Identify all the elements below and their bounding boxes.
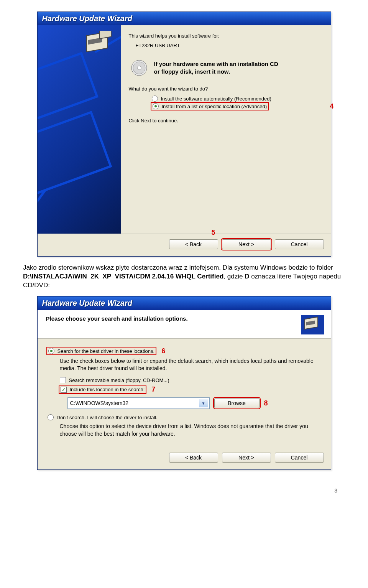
next-button[interactable]: Next > xyxy=(222,453,271,463)
callout-8: 8 xyxy=(264,399,268,407)
back-button[interactable]: < Back xyxy=(169,239,218,249)
checkbox-icon xyxy=(60,377,66,383)
cancel-button[interactable]: Cancel xyxy=(275,239,324,249)
cd-instruction-line1: If your hardware came with an installati… xyxy=(154,60,278,68)
question-text: What do you want the wizard to do? xyxy=(129,86,323,92)
instruction-paragraph: Jako zrodlo sterownikow wskaz plyte dost… xyxy=(23,264,345,290)
search-description: Use the check boxes below to limit or ex… xyxy=(60,357,321,372)
checkbox-label: Search removable media (floppy, CD-ROM..… xyxy=(69,377,169,383)
svg-rect-1 xyxy=(38,112,111,194)
radio-icon xyxy=(152,96,158,102)
dialog-hardware-wizard-step1: Hardware Update Wizard T xyxy=(37,12,331,257)
option-install-advanced[interactable]: Install from a list or specific location… xyxy=(152,103,323,109)
wizard-sidebar-graphic xyxy=(38,25,121,234)
page-number: 3 xyxy=(23,477,345,494)
checkbox-label: Include this location in the search: xyxy=(70,387,145,392)
dialog-hardware-wizard-step2: Hardware Update Wizard Please choose you… xyxy=(37,296,331,470)
titlebar[interactable]: Hardware Update Wizard xyxy=(38,12,331,25)
dialog-heading: Please choose your search and installati… xyxy=(46,315,188,322)
option-label: Install the software automatically (Reco… xyxy=(161,96,271,102)
radio-icon xyxy=(48,348,54,354)
click-next-text: Click Next to continue. xyxy=(129,118,323,124)
callout-7: 7 xyxy=(151,385,155,394)
option-label: Install from a list or specific location… xyxy=(162,104,267,109)
svg-point-9 xyxy=(137,66,141,70)
wizard-body: This wizard helps you install software f… xyxy=(121,25,331,234)
browse-button[interactable]: Browse xyxy=(214,398,260,408)
combo-value: C:\WINDOWS\system32 xyxy=(70,400,128,406)
checkbox-icon xyxy=(61,387,67,393)
radio-icon xyxy=(48,414,54,420)
svg-line-3 xyxy=(38,190,45,232)
option-label: Don't search. I will choose the driver t… xyxy=(57,415,158,420)
checkbox-search-removable[interactable]: Search removable media (floppy, CD-ROM..… xyxy=(60,377,321,383)
option-search-best[interactable]: Search for the best driver in these loca… xyxy=(48,347,321,355)
titlebar[interactable]: Hardware Update Wizard xyxy=(38,296,331,310)
cd-instruction-line2: or floppy disk, insert it now. xyxy=(154,68,278,76)
option-install-auto[interactable]: Install the software automatically (Reco… xyxy=(152,96,323,102)
option-label: Search for the best driver in these loca… xyxy=(58,348,155,354)
intro-text: This wizard helps you install software f… xyxy=(129,33,323,39)
chevron-down-icon[interactable]: ▼ xyxy=(199,399,208,407)
callout-6: 6 xyxy=(161,347,165,355)
radio-icon xyxy=(153,103,159,109)
callout-5: 5 xyxy=(212,229,215,237)
back-button[interactable]: < Back xyxy=(169,453,218,463)
driver-box-icon xyxy=(301,315,324,334)
svg-rect-6 xyxy=(100,31,111,39)
option-dont-search[interactable]: Don't search. I will choose the driver t… xyxy=(48,414,321,420)
next-button[interactable]: Next > xyxy=(222,239,271,249)
dont-search-description: Choose this option to select the device … xyxy=(60,423,321,438)
cancel-button[interactable]: Cancel xyxy=(275,453,324,463)
callout-4: 4 xyxy=(330,102,334,110)
svg-rect-0 xyxy=(38,53,97,120)
driver-box-icon xyxy=(84,31,113,59)
checkbox-include-location[interactable]: Include this location in the search: 7 xyxy=(60,385,321,394)
device-name: FT232R USB UART xyxy=(136,43,323,48)
location-combo[interactable]: C:\WINDOWS\system32 ▼ xyxy=(67,397,210,409)
cd-icon xyxy=(130,59,148,77)
